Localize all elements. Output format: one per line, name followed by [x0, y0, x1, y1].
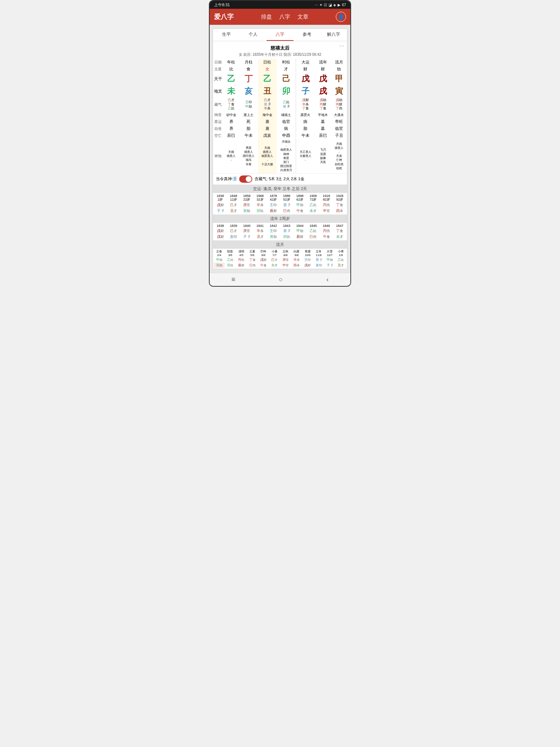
nav-tab-paipan[interactable]: 排盘 [261, 13, 272, 20]
liuyue-branches-row: 寅劫 卯比 辰财 巳伤 午食 未才 申官 酉杀 戊财 亥印 子卩 丑才 [214, 263, 346, 268]
dayun-header: 交运: 逢戊, 癸年 立冬 之后 2天 [213, 185, 347, 193]
liuyear-stems-row: 戊财 己才 庚官 辛杀 壬印 癸卩 甲劫 乙比 丙伤 丁食 [214, 228, 346, 234]
row-yunxing: 星运 养 死 衰 临官 病 墓 帝旺 [213, 118, 347, 125]
status-time: 上午8:31 [214, 2, 230, 8]
row-stems: 天干 乙 丁 乙 己 戊 戊 甲 [213, 73, 347, 85]
row-branches: 地支 未 亥 丑 卯 子 戌 寅 [213, 85, 347, 97]
liuyue-stems-row: 甲劫 乙比 丙伤 丁食 戊财 己才 庚官 辛杀 壬印 癸卩 甲劫 乙比 [214, 257, 346, 263]
tab-cankao[interactable]: 参考 [293, 29, 320, 41]
menu-button[interactable]: ≡ [232, 276, 236, 283]
person-name: 慈禧太后 [216, 43, 344, 52]
tab-geren[interactable]: 个人 [240, 29, 267, 41]
nav-tabs: 排盘 八字 文章 [234, 13, 336, 20]
bottom-nav: ≡ ○ ‹ [210, 273, 350, 286]
row-labels: 日期 年柱 月柱 日柱 时柱 大运 流年 流月 [213, 59, 347, 66]
phone-frame: 上午8:31 ··· ✶ ☑ ◪ ◈ ▶ 67 爱八字 排盘 八字 文章 👤 生… [209, 0, 351, 287]
nav-tab-wenzhang[interactable]: 文章 [298, 13, 308, 20]
tab-shengping[interactable]: 生平 [213, 29, 240, 41]
app-title: 爱八字 [214, 12, 234, 21]
status-icons: ··· ✶ ☑ ◪ ◈ ▶ 67 [315, 3, 346, 7]
card-tabs: 生平 个人 八字 参考 解八字 [213, 29, 347, 41]
zhensheng-bar: 当令真神: 壬 含藏气: 5木 3土 2火 2水 1金 [213, 173, 347, 185]
liuyear-years-row: 1838 1839 1840 1841 1842 1843 1844 1845 … [214, 224, 346, 228]
avatar[interactable]: 👤 [336, 12, 346, 22]
cangqi-text: 含藏气: 5木 3土 2火 2水 1金 [254, 176, 304, 182]
row-zizuo: 自坐 养 胎 衰 病 胎 墓 临官 [213, 125, 347, 132]
bazi-card: 生平 个人 八字 参考 解八字 慈禧太后 ··· 女 农历: 1835年十月初十… [213, 28, 347, 269]
dayun-stems-row: 戊财 己才 庚官 辛杀 壬印 癸卩 甲劫 乙比 丙伤 丁食 [214, 202, 346, 208]
dayun-table: 18382岁 184812岁 185822岁 186832岁 187842岁 1… [214, 194, 346, 214]
liuyear-header: 流年 2周岁 [213, 214, 347, 223]
person-sub: 女 农历: 1835年十月初十日 阳历: 1835/11/29 06:42 [213, 52, 347, 59]
back-button[interactable]: ‹ [326, 276, 328, 283]
more-icon[interactable]: ··· [339, 43, 344, 49]
zhensheng-value: 壬 [233, 176, 237, 182]
liuyue-months-row: 立春2/4 惊蛰3/6 清明4/5 立夏5/6 芒种6/6 小暑7/7 立秋8/… [214, 249, 346, 257]
liuyear-table: 1838 1839 1840 1841 1842 1843 1844 1845 … [214, 224, 346, 240]
app-header: 爱八字 排盘 八字 文章 👤 [210, 9, 350, 25]
row-roles: 主星 比 食 女 才 财 财 劫 [213, 66, 347, 73]
zhensheng-label: 当令真神: [216, 176, 233, 182]
row-nayin: 纳音 砂中金 屋上土 海中金 城墙土 霹雳火 平地木 大溪水 [213, 112, 347, 118]
row-kongwang: 空亡 辰巳 午未 戊亥 申酉 午未 辰巳 子丑 [213, 132, 347, 139]
tab-jiebazi[interactable]: 解八字 [320, 29, 347, 41]
nav-tab-bazi[interactable]: 八字 [279, 13, 290, 20]
bazi-main-table: 日期 年柱 月柱 日柱 时柱 大运 流年 流月 主星 比 食 女 才 [213, 59, 347, 173]
status-bar: 上午8:31 ··· ✶ ☑ ◪ ◈ ▶ 67 [210, 1, 350, 9]
row-canggan: 藏气 己才丁食乙比 壬印甲劫 己才癸卩辛杀 乙比癸卩 戊财辛杀丁食 戊劫丙财丁食… [213, 97, 347, 112]
dayun-branches-row: 子卩 丑才 寅劫 卯比 辰财 巳伤 午食 未才 申官 酉杀 [214, 208, 346, 214]
dayun-years-row: 18382岁 184812岁 185822岁 186832岁 187842岁 1… [214, 194, 346, 202]
cangqi-toggle[interactable] [239, 175, 252, 183]
home-button[interactable]: ○ [279, 276, 283, 283]
row-shensha: 神煞 天德德贵人- 秀星德贵人国印贵人辎马吊客 天德德贵人福星贵人-十忌大败 月… [213, 139, 347, 173]
liuyue-header: 流月 [213, 240, 347, 249]
liuyear-branches-row: 戊财 亥印 子卩 丑才 寅劫 卯比 辰财 巳伤 午食 未才 [214, 234, 346, 240]
liuyue-table: 立春2/4 惊蛰3/6 清明4/5 立夏5/6 芒种6/6 小暑7/7 立秋8/… [214, 249, 346, 268]
content-area: 生平 个人 八字 参考 解八字 慈禧太后 ··· 女 农历: 1835年十月初十… [210, 25, 350, 273]
tab-bazi[interactable]: 八字 [267, 29, 293, 41]
